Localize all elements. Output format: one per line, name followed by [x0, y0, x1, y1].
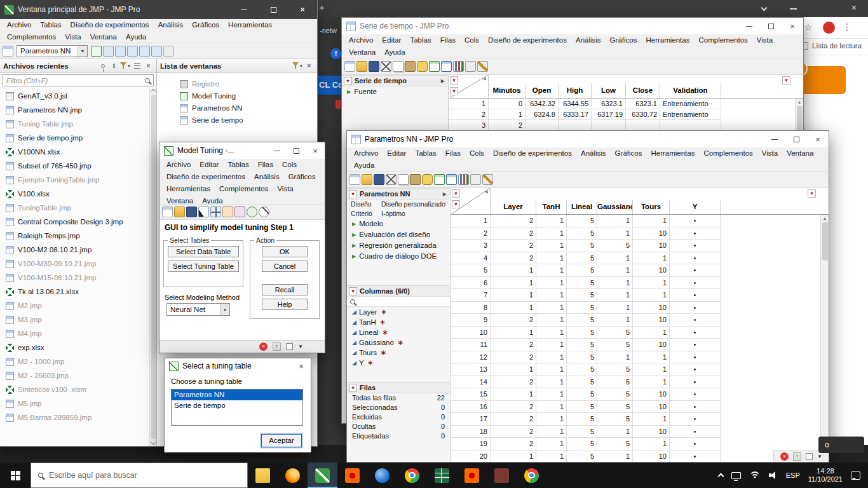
- cell[interactable]: 5: [597, 413, 633, 426]
- column-header[interactable]: Lineal: [567, 200, 597, 214]
- menu-item[interactable]: Editar: [377, 34, 405, 46]
- cell[interactable]: 0: [489, 98, 526, 109]
- sort-icon[interactable]: [465, 61, 476, 72]
- cell[interactable]: 2: [491, 314, 536, 327]
- lock-icon[interactable]: [417, 61, 428, 72]
- new-icon[interactable]: [162, 207, 173, 217]
- cell[interactable]: 1: [536, 289, 567, 302]
- table-selector-combobox[interactable]: Parametros NN ▼: [17, 45, 88, 57]
- scroll-down-icon[interactable]: [151, 440, 155, 445]
- row-number-cell[interactable]: 17: [451, 413, 491, 426]
- menu-item[interactable]: Editar: [383, 147, 410, 159]
- cell[interactable]: 5: [567, 302, 597, 315]
- taskbar-search[interactable]: [31, 463, 248, 488]
- table-row[interactable]: 7 1 1 5 1 1 •: [451, 289, 820, 302]
- graph-builder-icon[interactable]: [458, 174, 469, 185]
- menu-item[interactable]: Diseño de experimentos: [484, 34, 571, 46]
- cell[interactable]: 1: [633, 277, 670, 290]
- menu-item[interactable]: Tablas: [36, 19, 65, 31]
- run-script-icon[interactable]: [91, 46, 102, 57]
- cell[interactable]: 5: [567, 413, 597, 426]
- cell[interactable]: 1: [597, 451, 633, 463]
- table-script-item[interactable]: ▶ Modelo: [347, 219, 450, 229]
- disclosure-icon[interactable]: ▶: [352, 251, 356, 262]
- window-list-item[interactable]: Parametros NN: [180, 102, 317, 114]
- maximize-button[interactable]: [760, 18, 782, 34]
- action-button[interactable]: Cancel: [262, 261, 308, 272]
- cell[interactable]: 1: [536, 413, 567, 426]
- cell[interactable]: •: [670, 277, 721, 290]
- cell[interactable]: •: [670, 314, 721, 327]
- menu-item[interactable]: Ventana: [162, 195, 198, 205]
- recent-file-item[interactable]: Central Composite Design 3.jmp: [0, 215, 149, 229]
- cell[interactable]: 5: [567, 351, 597, 364]
- cell[interactable]: 1: [597, 227, 633, 240]
- volume-icon[interactable]: [769, 471, 778, 479]
- recent-file-item[interactable]: Subset of 765-450.jmp: [0, 159, 149, 173]
- cell[interactable]: 5: [597, 240, 633, 252]
- menu-item[interactable]: Ayuda: [380, 46, 409, 58]
- table-menu-icon[interactable]: ▼: [808, 189, 816, 198]
- collapse-panel-icon[interactable]: ◀: [485, 189, 488, 194]
- close-button[interactable]: ×: [292, 358, 311, 374]
- graph-builder-icon[interactable]: [453, 61, 464, 72]
- wifi-icon[interactable]: [749, 471, 761, 480]
- red-triangle-menu-icon[interactable]: ▼: [349, 384, 357, 392]
- cell[interactable]: 1: [597, 289, 633, 302]
- menu-item[interactable]: Herramientas: [641, 34, 694, 46]
- file-filter-field[interactable]: [3, 74, 154, 86]
- sort-icon[interactable]: [470, 174, 481, 185]
- cell[interactable]: [526, 120, 559, 131]
- accept-button[interactable]: Aceptar: [261, 434, 302, 447]
- table-row[interactable]: 2 1 6324.8 6333.17 6317.19 6330.72 Entre…: [449, 109, 795, 120]
- menu-item[interactable]: Complementos: [694, 34, 752, 46]
- jmp-icon[interactable]: [308, 463, 337, 488]
- arrange-windows-icon[interactable]: [151, 46, 162, 57]
- cell[interactable]: [626, 120, 660, 131]
- column-header[interactable]: Y: [670, 200, 721, 214]
- table-row[interactable]: 5 1 1 5 1 10 •: [451, 264, 820, 277]
- cell[interactable]: 1: [491, 327, 536, 339]
- cell[interactable]: 5: [597, 363, 633, 376]
- cell[interactable]: 5: [567, 277, 597, 290]
- cell[interactable]: 6323.1: [592, 98, 626, 109]
- cell[interactable]: 5: [567, 252, 597, 265]
- select-table-button[interactable]: Select Tuning Table: [168, 261, 239, 272]
- checkbox-icon[interactable]: [286, 343, 293, 350]
- cell[interactable]: 5: [567, 264, 597, 277]
- table-script-item[interactable]: ▶ Fuente: [342, 86, 448, 97]
- cell[interactable]: 5: [597, 327, 633, 339]
- browser-minimize-button[interactable]: [790, 8, 797, 10]
- disclosure-icon[interactable]: ▶: [347, 86, 351, 97]
- table-row[interactable]: 14 2 1 5 5 1 •: [451, 376, 820, 389]
- cell[interactable]: 1: [536, 451, 567, 463]
- recent-file-item[interactable]: M3.jmp: [0, 313, 149, 327]
- table-menu-icon[interactable]: ▼: [782, 76, 790, 85]
- checkbox-icon[interactable]: [806, 453, 813, 460]
- recent-file-item[interactable]: Tuning Table.jmp: [0, 117, 149, 131]
- clock[interactable]: 14:28 11/10/2021: [808, 467, 843, 484]
- cell[interactable]: 5: [567, 339, 597, 351]
- cell[interactable]: 10: [633, 339, 670, 351]
- row-number-cell[interactable]: 16: [451, 401, 491, 414]
- edit-icon[interactable]: [482, 174, 493, 185]
- column-header[interactable]: Layer: [491, 200, 536, 214]
- recent-file-item[interactable]: Tk al 13.06.21.xlsx: [0, 285, 149, 299]
- cell[interactable]: [660, 120, 721, 131]
- cell[interactable]: •: [670, 302, 721, 315]
- recent-file-item[interactable]: Parametros NN.jmp: [0, 103, 149, 117]
- rows-menu-icon[interactable]: ▼: [450, 87, 458, 95]
- cell[interactable]: 1: [633, 215, 670, 227]
- cell[interactable]: •: [670, 339, 721, 351]
- row-number-cell[interactable]: 15: [451, 388, 491, 401]
- reading-list-button[interactable]: Lista de lectura: [801, 42, 862, 50]
- collapse-panel-icon[interactable]: ◀: [483, 76, 486, 81]
- rows-menu-icon[interactable]: ▼: [452, 200, 460, 208]
- minimize-button[interactable]: [764, 131, 785, 147]
- cell[interactable]: 1: [633, 438, 670, 451]
- cell[interactable]: 5: [567, 388, 597, 401]
- cell[interactable]: 1: [536, 227, 567, 240]
- cell[interactable]: 1: [536, 351, 567, 364]
- scroll-thumb[interactable]: [151, 95, 156, 439]
- table-row[interactable]: 17 2 1 5 5 1 •: [451, 413, 820, 426]
